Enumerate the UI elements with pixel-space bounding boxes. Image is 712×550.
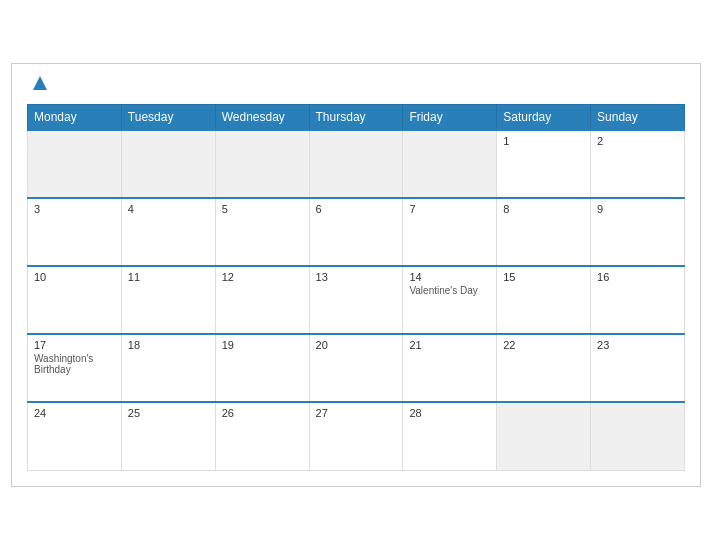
calendar-cell: 10	[28, 266, 122, 334]
day-number: 11	[128, 271, 209, 283]
calendar-cell: 20	[309, 334, 403, 402]
day-header-monday: Monday	[28, 105, 122, 131]
day-header-friday: Friday	[403, 105, 497, 131]
event-label: Washington's Birthday	[34, 353, 115, 375]
calendar-cell: 11	[121, 266, 215, 334]
week-row-3: 1011121314Valentine's Day1516	[28, 266, 685, 334]
calendar-cell: 3	[28, 198, 122, 266]
day-number: 23	[597, 339, 678, 351]
calendar-cell: 15	[497, 266, 591, 334]
days-header-row: MondayTuesdayWednesdayThursdayFridaySatu…	[28, 105, 685, 131]
calendar-cell: 17Washington's Birthday	[28, 334, 122, 402]
calendar-cell: 19	[215, 334, 309, 402]
day-number: 9	[597, 203, 678, 215]
day-number: 6	[316, 203, 397, 215]
day-header-tuesday: Tuesday	[121, 105, 215, 131]
day-number: 19	[222, 339, 303, 351]
week-row-2: 3456789	[28, 198, 685, 266]
calendar-cell: 4	[121, 198, 215, 266]
calendar-cell: 23	[591, 334, 685, 402]
calendar-cell	[309, 130, 403, 198]
day-number: 2	[597, 135, 678, 147]
calendar-table: MondayTuesdayWednesdayThursdayFridaySatu…	[27, 104, 685, 471]
logo-icon	[31, 74, 49, 92]
calendar-cell: 26	[215, 402, 309, 470]
calendar-container: MondayTuesdayWednesdayThursdayFridaySatu…	[11, 63, 701, 487]
day-number: 5	[222, 203, 303, 215]
logo-text	[31, 74, 49, 96]
day-number: 10	[34, 271, 115, 283]
calendar-cell: 8	[497, 198, 591, 266]
calendar-header	[27, 74, 685, 96]
calendar-cell	[215, 130, 309, 198]
day-header-wednesday: Wednesday	[215, 105, 309, 131]
day-number: 26	[222, 407, 303, 419]
day-number: 7	[409, 203, 490, 215]
calendar-cell: 14Valentine's Day	[403, 266, 497, 334]
event-label: Valentine's Day	[409, 285, 490, 296]
calendar-cell: 2	[591, 130, 685, 198]
calendar-cell: 6	[309, 198, 403, 266]
calendar-cell: 12	[215, 266, 309, 334]
calendar-cell	[28, 130, 122, 198]
day-number: 24	[34, 407, 115, 419]
day-number: 20	[316, 339, 397, 351]
day-number: 15	[503, 271, 584, 283]
calendar-cell: 7	[403, 198, 497, 266]
calendar-cell: 9	[591, 198, 685, 266]
calendar-cell: 13	[309, 266, 403, 334]
calendar-cell: 1	[497, 130, 591, 198]
day-header-thursday: Thursday	[309, 105, 403, 131]
day-number: 3	[34, 203, 115, 215]
calendar-thead: MondayTuesdayWednesdayThursdayFridaySatu…	[28, 105, 685, 131]
day-number: 1	[503, 135, 584, 147]
week-row-1: 12	[28, 130, 685, 198]
day-number: 17	[34, 339, 115, 351]
calendar-cell	[121, 130, 215, 198]
calendar-tbody: 1234567891011121314Valentine's Day151617…	[28, 130, 685, 470]
week-row-5: 2425262728	[28, 402, 685, 470]
svg-marker-0	[33, 76, 47, 90]
day-number: 18	[128, 339, 209, 351]
logo	[31, 74, 49, 96]
calendar-cell: 22	[497, 334, 591, 402]
calendar-cell: 27	[309, 402, 403, 470]
calendar-cell: 16	[591, 266, 685, 334]
calendar-cell: 28	[403, 402, 497, 470]
calendar-cell: 25	[121, 402, 215, 470]
day-number: 27	[316, 407, 397, 419]
week-row-4: 17Washington's Birthday181920212223	[28, 334, 685, 402]
day-number: 14	[409, 271, 490, 283]
calendar-cell	[497, 402, 591, 470]
calendar-cell: 21	[403, 334, 497, 402]
day-number: 22	[503, 339, 584, 351]
day-number: 12	[222, 271, 303, 283]
day-header-sunday: Sunday	[591, 105, 685, 131]
day-number: 16	[597, 271, 678, 283]
day-number: 21	[409, 339, 490, 351]
day-number: 13	[316, 271, 397, 283]
day-number: 4	[128, 203, 209, 215]
calendar-cell: 5	[215, 198, 309, 266]
calendar-cell: 18	[121, 334, 215, 402]
day-number: 8	[503, 203, 584, 215]
day-number: 28	[409, 407, 490, 419]
calendar-cell	[403, 130, 497, 198]
day-header-saturday: Saturday	[497, 105, 591, 131]
calendar-cell: 24	[28, 402, 122, 470]
calendar-cell	[591, 402, 685, 470]
day-number: 25	[128, 407, 209, 419]
